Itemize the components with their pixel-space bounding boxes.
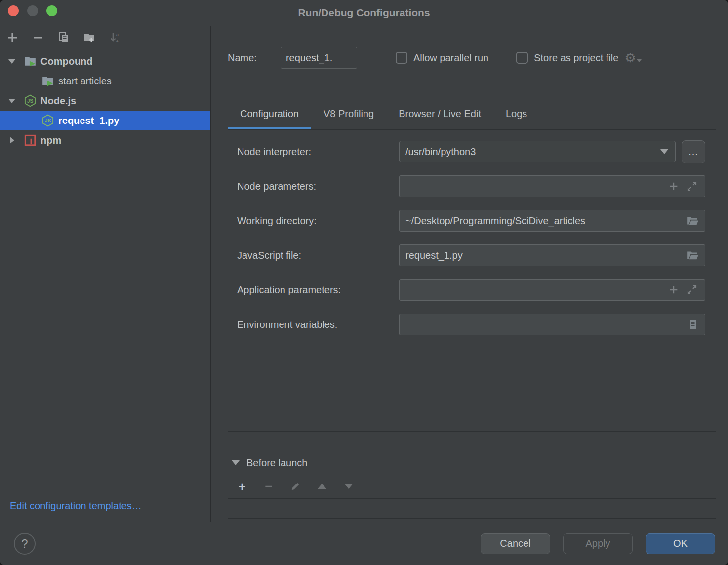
add-icon[interactable]: +	[236, 481, 248, 492]
chevron-down-icon[interactable]	[6, 99, 18, 103]
tree-item-label: start articles	[58, 76, 112, 87]
before-launch-title: Before launch	[246, 457, 307, 469]
sort-alpha-icon[interactable]: az	[109, 32, 121, 43]
compound-folder-run-icon	[41, 75, 54, 87]
node-interpreter-value: /usr/bin/python3	[405, 146, 476, 158]
browse-folder-icon[interactable]	[686, 249, 699, 262]
run-debug-configurations-dialog: Run/Debug Configurations az	[0, 0, 728, 565]
edit-pencil-icon[interactable]	[289, 481, 301, 492]
node-parameters-row: Node parameters:	[228, 175, 716, 197]
javascript-file-label: JavaScript file:	[237, 250, 399, 261]
tree-item-label: npm	[40, 135, 61, 146]
edit-variables-icon[interactable]	[687, 319, 699, 330]
configurations-tree: Compound start articles JS Node.js	[0, 49, 210, 150]
javascript-file-input[interactable]: request_1.py	[399, 244, 705, 266]
npm-icon	[24, 134, 37, 147]
node-interpreter-combobox[interactable]: /usr/bin/python3	[399, 141, 676, 162]
add-macro-icon[interactable]	[668, 284, 679, 295]
svg-text:a: a	[116, 32, 119, 37]
node-parameters-label: Node parameters:	[237, 181, 399, 192]
edit-configuration-templates-link[interactable]: Edit configuration templates…	[10, 500, 142, 512]
move-up-icon[interactable]	[316, 481, 328, 492]
close-window-button[interactable]	[8, 5, 19, 16]
before-launch-header[interactable]: Before launch	[228, 455, 716, 470]
name-input[interactable]	[281, 47, 357, 69]
apply-button[interactable]: Apply	[563, 533, 633, 554]
nodejs-icon: JS	[41, 114, 54, 127]
configuration-tab-content: Node interpreter: /usr/bin/python3 ... N…	[228, 129, 716, 432]
svg-text:JS: JS	[45, 118, 51, 123]
tree-item-compound[interactable]: Compound	[0, 51, 210, 71]
node-parameters-input[interactable]	[399, 175, 705, 197]
tree-item-label: Node.js	[40, 95, 76, 107]
svg-text:JS: JS	[27, 98, 34, 104]
environment-variables-input[interactable]	[399, 314, 705, 335]
name-label: Name:	[228, 52, 257, 64]
remove-icon[interactable]	[32, 32, 44, 43]
javascript-file-row: JavaScript file: request_1.py	[228, 244, 716, 266]
javascript-file-value: request_1.py	[405, 250, 463, 261]
tree-item-npm[interactable]: npm	[0, 130, 210, 150]
working-directory-input[interactable]: ~/Desktop/Programming/SciDive_articles	[399, 210, 705, 232]
nodejs-icon: JS	[24, 94, 37, 107]
working-directory-value: ~/Desktop/Programming/SciDive_articles	[405, 215, 585, 227]
name-row: Name: Allow parallel run Store as projec…	[228, 47, 716, 69]
svg-text:z: z	[116, 38, 119, 43]
dialog-footer: ? Cancel Apply OK	[0, 522, 728, 565]
tree-item-nodejs[interactable]: JS Node.js	[0, 91, 210, 111]
minimize-window-button[interactable]	[27, 5, 38, 16]
store-options-gear-icon[interactable]: ⚙	[624, 51, 641, 64]
configuration-editor-panel: Name: Allow parallel run Store as projec…	[211, 26, 728, 522]
store-as-project-file-label: Store as project file	[534, 52, 618, 64]
add-icon[interactable]	[6, 32, 18, 43]
window-controls	[8, 5, 57, 16]
allow-parallel-run-label: Allow parallel run	[413, 52, 488, 64]
configuration-tabs: Configuration V8 Profiling Browser / Liv…	[228, 103, 716, 129]
application-parameters-row: Application parameters:	[228, 279, 716, 301]
chevron-right-icon[interactable]	[6, 137, 18, 144]
tree-item-request-1-py[interactable]: JS request_1.py	[0, 111, 210, 130]
compound-folder-run-icon	[24, 55, 37, 68]
tab-logs[interactable]: Logs	[493, 103, 539, 129]
browse-folder-icon[interactable]	[686, 214, 699, 227]
chevron-down-icon	[660, 149, 668, 154]
node-interpreter-row: Node interpreter: /usr/bin/python3 ...	[228, 141, 716, 162]
cancel-button[interactable]: Cancel	[481, 533, 550, 554]
before-launch-panel: +	[228, 474, 716, 519]
store-as-project-file-checkbox[interactable]	[516, 52, 528, 64]
ok-button[interactable]: OK	[646, 533, 715, 554]
move-down-icon[interactable]	[343, 481, 355, 492]
help-button[interactable]: ?	[14, 533, 36, 555]
tab-browser-live-edit[interactable]: Browser / Live Edit	[386, 103, 493, 129]
node-interpreter-label: Node interpreter:	[237, 146, 399, 158]
application-parameters-input[interactable]	[399, 279, 705, 301]
application-parameters-label: Application parameters:	[237, 284, 399, 296]
chevron-down-icon[interactable]	[6, 59, 18, 64]
expand-field-icon[interactable]	[686, 284, 698, 296]
dialog-title: Run/Debug Configurations	[0, 7, 728, 19]
collapse-triangle-icon[interactable]	[232, 460, 240, 465]
working-directory-label: Working directory:	[237, 215, 399, 227]
expand-field-icon[interactable]	[686, 180, 698, 192]
tree-item-label: Compound	[40, 56, 93, 67]
tree-item-label: request_1.py	[58, 115, 119, 126]
tab-v8-profiling[interactable]: V8 Profiling	[311, 103, 386, 129]
remove-icon[interactable]	[263, 481, 275, 492]
allow-parallel-run-checkbox[interactable]	[396, 52, 407, 64]
environment-variables-label: Environment variables:	[237, 319, 399, 330]
before-launch-toolbar: +	[228, 474, 716, 499]
configurations-sidebar: az Compound start articles	[0, 26, 211, 522]
environment-variables-row: Environment variables:	[228, 314, 716, 335]
node-interpreter-browse-button[interactable]: ...	[682, 140, 705, 163]
add-macro-icon[interactable]	[668, 181, 679, 192]
titlebar: Run/Debug Configurations	[0, 0, 728, 26]
section-divider	[316, 463, 716, 463]
tab-configuration[interactable]: Configuration	[228, 103, 311, 129]
tree-item-start-articles[interactable]: start articles	[0, 71, 210, 91]
zoom-window-button[interactable]	[46, 5, 57, 16]
new-folder-icon[interactable]	[83, 32, 95, 43]
working-directory-row: Working directory: ~/Desktop/Programming…	[228, 210, 716, 232]
sidebar-toolbar: az	[0, 26, 210, 49]
copy-icon[interactable]	[58, 32, 70, 43]
